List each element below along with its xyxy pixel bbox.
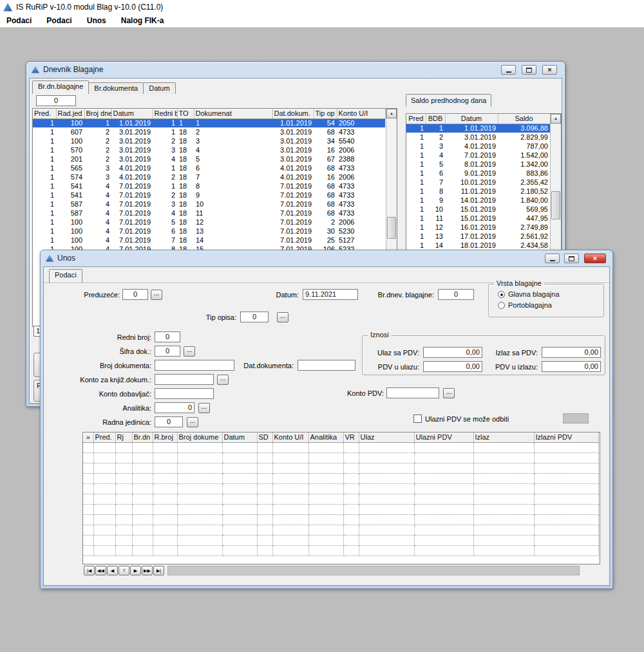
preduzece-input[interactable]: 0 <box>122 289 148 300</box>
table-row[interactable]: 1811.01.20192.180,52 <box>406 187 550 196</box>
izlaz-pdv-input[interactable]: 0,00 <box>542 347 601 358</box>
column-header[interactable]: Datum <box>222 433 257 442</box>
table-row[interactable]: 147.01.20191.542,00 <box>406 151 550 160</box>
minimize-button[interactable] <box>501 65 516 75</box>
ulaz-pdv-input[interactable]: 0,00 <box>423 347 482 358</box>
table-row[interactable]: 11216.01.20192.749,89 <box>406 223 550 232</box>
analitika-input[interactable]: 0 <box>155 402 194 413</box>
broj-dokumenta-input[interactable] <box>155 360 234 371</box>
saldo-tab[interactable]: Saldo predhodnog dana <box>406 94 491 107</box>
dnevnik-titlebar[interactable]: Dnevnik Blagajne <box>26 62 565 77</box>
nav-button-5[interactable]: ▶▶ <box>142 566 153 575</box>
br-dnev-input[interactable]: 0 <box>438 289 474 300</box>
unos-titlebar[interactable]: Unos <box>41 250 612 266</box>
table-row[interactable]: 1914.01.20191.840,00 <box>406 196 550 205</box>
dat-dokumenta-input[interactable] <box>298 360 355 371</box>
radna-jedinica-input[interactable]: 0 <box>155 416 183 427</box>
nav-button-1[interactable]: ◀◀ <box>95 566 106 575</box>
radio-option-1[interactable]: Portoblagajna <box>498 301 560 309</box>
column-header[interactable]: Rad.jed <box>56 109 84 118</box>
column-header[interactable]: Pred <box>406 114 426 124</box>
column-header[interactable]: Konto U/I <box>337 109 385 118</box>
minimize-button[interactable] <box>545 254 560 263</box>
table-row[interactable]: 111.01.20193.096,88 <box>406 124 550 133</box>
table-row[interactable]: 160723.01.201911823.01.2019684733 <box>33 127 385 136</box>
pdv-ulaz-input[interactable]: 0,00 <box>423 361 482 372</box>
table-row[interactable]: 11317.01.20192.561,92 <box>406 232 550 241</box>
table-row[interactable]: 120123.01.201941853.01.2019672388 <box>33 154 385 163</box>
maximize-button[interactable] <box>564 254 579 263</box>
filter-input[interactable]: 0 <box>36 95 76 106</box>
scroll-thumb[interactable] <box>387 217 396 239</box>
menu-item-1[interactable]: Podaci <box>41 15 77 26</box>
table-row[interactable]: 156534.01.201911864.01.2019684733 <box>33 163 385 172</box>
redni-broj-input[interactable]: 0 <box>155 331 180 342</box>
column-header[interactable]: Konto U/I <box>272 433 308 442</box>
column-header[interactable]: Tip op <box>314 109 337 118</box>
pdv-izlaz-input[interactable]: 0,00 <box>542 361 601 372</box>
maximize-button[interactable] <box>522 65 536 75</box>
table-row[interactable]: 158747.01.2019418117.01.2019684733 <box>33 209 385 218</box>
column-header[interactable]: Ulaz <box>359 433 414 442</box>
table-row[interactable]: 1710.01.20192.355,42 <box>406 178 550 187</box>
table-row[interactable]: 110047.01.2019718147.01.2019255127 <box>33 236 385 245</box>
konto-dobavljac-input[interactable] <box>155 388 214 399</box>
column-header[interactable]: Izlaz <box>473 433 534 442</box>
table-row[interactable]: 110047.01.2019518127.01.201922006 <box>33 218 385 227</box>
column-header[interactable]: Broj dokume <box>177 433 222 442</box>
table-row[interactable]: 157023.01.201931843.01.2019162006 <box>33 145 385 154</box>
dnevnik-tab-1[interactable]: Br.dokumenta <box>88 82 144 94</box>
table-row[interactable]: 154147.01.201911887.01.2019684733 <box>33 182 385 191</box>
column-header[interactable]: Pred. <box>93 433 115 442</box>
konto-knjiz-input[interactable] <box>155 374 214 385</box>
tab-podaci[interactable]: Podaci <box>49 269 82 283</box>
konto-knjiz-lookup-button[interactable]: ... <box>217 375 229 385</box>
menu-item-3[interactable]: Nalog FIK-a <box>116 15 169 26</box>
column-header[interactable]: » <box>83 433 93 442</box>
table-row[interactable]: 157434.01.201921874.01.2019162006 <box>33 172 385 182</box>
column-header[interactable]: R.broj <box>153 433 177 442</box>
scroll-up-button[interactable]: ▲ <box>551 114 561 124</box>
sifra-dok-input[interactable]: 0 <box>155 346 180 357</box>
dnevnik-tab-2[interactable]: Datum <box>143 82 175 94</box>
dnevnik-tab-0[interactable]: Br.dn.blagajne <box>32 80 89 94</box>
table-row[interactable]: 169.01.2019883,86 <box>406 169 550 178</box>
menu-item-2[interactable]: Unos <box>82 15 111 26</box>
column-header[interactable]: Dokumenat <box>194 109 272 118</box>
radna-jedinica-lookup-button[interactable]: ... <box>187 417 198 427</box>
table-row[interactable]: 110047.01.2019618137.01.2019305230 <box>33 227 385 236</box>
radio-option-0[interactable]: Glavna blagajna <box>498 290 560 298</box>
nav-button-6[interactable]: ▶| <box>153 566 164 575</box>
table-row[interactable]: 110023.01.201921833.01.2019345540 <box>33 136 385 145</box>
tip-opisa-input[interactable]: 0 <box>240 312 269 322</box>
menu-item-0[interactable]: Podaci <box>1 15 37 26</box>
table-row[interactable]: 154147.01.201921897.01.2019684733 <box>33 191 385 200</box>
table-row[interactable]: 158747.01.2019318107.01.2019684733 <box>33 200 385 209</box>
column-header[interactable]: Ulazni PDV <box>414 433 473 442</box>
column-header[interactable]: Datum <box>445 114 498 124</box>
scroll-thumb[interactable] <box>551 191 560 219</box>
column-header[interactable]: BDB <box>426 114 445 124</box>
datum-input[interactable]: 9.11.2021 <box>303 289 358 300</box>
preduzece-lookup-button[interactable]: ... <box>151 290 162 300</box>
close-button[interactable]: × <box>584 254 606 263</box>
table-row[interactable]: 134.01.2019787,00 <box>406 142 550 151</box>
nav-button-0[interactable]: |◀ <box>84 566 95 575</box>
column-header[interactable]: Dat.dokum. <box>272 109 314 118</box>
sifra-dok-lookup-button[interactable]: ... <box>184 346 195 357</box>
column-header[interactable]: Br.dn <box>132 433 153 442</box>
close-button[interactable]: × <box>542 65 557 75</box>
nav-button-2[interactable]: ◀ <box>107 566 118 575</box>
ulazni-pdv-checkbox[interactable] <box>413 414 422 423</box>
table-row[interactable]: 158.01.20191.342,00 <box>406 160 550 169</box>
table-row[interactable]: 110011.01.20191111.01.2019542050 <box>33 118 385 127</box>
column-header[interactable]: Datum <box>111 109 153 118</box>
column-header[interactable]: Broj dnev <box>84 109 111 118</box>
column-header[interactable]: Saldo <box>498 114 550 124</box>
column-header[interactable]: Redni br <box>153 109 177 118</box>
column-header[interactable]: SD <box>257 433 272 442</box>
horizontal-scrollbar[interactable] <box>167 566 580 575</box>
column-header[interactable]: VR <box>343 433 359 442</box>
nav-button-4[interactable]: ▶ <box>130 566 141 575</box>
column-header[interactable]: TO <box>177 109 194 118</box>
